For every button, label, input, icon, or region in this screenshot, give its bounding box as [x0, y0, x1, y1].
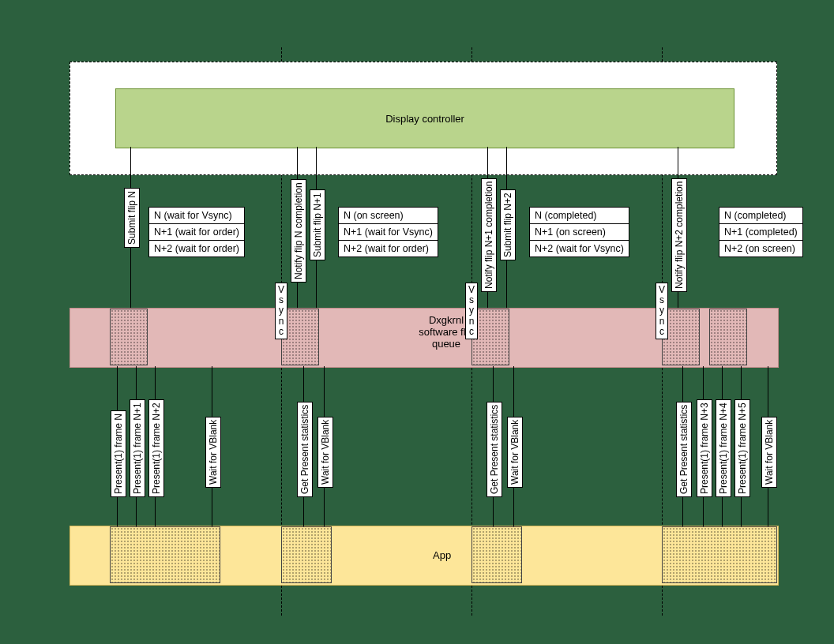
app-activity-3 — [662, 526, 777, 583]
state-cell: N+2 (wait for order) — [339, 241, 438, 256]
state-table-0: N (wait for Vsync) N+1 (wait for order) … — [148, 207, 245, 257]
label-waitvb-3: Wait for VBlank — [761, 417, 777, 488]
state-table-3: N (completed) N+1 (completed) N+2 (on sc… — [719, 207, 803, 257]
dxg-activity-3b — [709, 309, 747, 365]
display-controller-label: Display controller — [385, 113, 464, 125]
label-submit-n2: Submit flip N+2 — [500, 189, 516, 260]
vsync-label-2: Vsync — [465, 283, 478, 339]
state-cell: N+1 (on screen) — [530, 224, 629, 241]
label-submit-n1: Submit flip N+1 — [310, 189, 325, 260]
label-pres-n3: Present(1) frame N+3 — [697, 399, 712, 497]
vsync-label-3: Vsync — [656, 283, 668, 339]
label-pres-n2: Present(1) frame N+2 — [148, 399, 164, 497]
label-pres-n: Present(1) frame N — [111, 410, 126, 497]
label-pres-n4: Present(1) frame N+4 — [716, 399, 731, 497]
dxg-activity-0 — [110, 309, 148, 365]
state-cell: N+1 (completed) — [719, 224, 802, 241]
state-cell: N+2 (on screen) — [719, 241, 802, 256]
state-table-2: N (completed) N+1 (on screen) N+2 (wait … — [529, 207, 629, 257]
label-comp-n2: Notify flip N+2 completion — [671, 178, 687, 292]
state-cell: N (wait for Vsync) — [149, 208, 244, 224]
label-stats-3: Get Present statistics — [676, 402, 692, 497]
display-controller-lane: Display controller — [115, 88, 734, 148]
label-pres-n1: Present(1) frame N+1 — [130, 399, 145, 497]
label-comp-n1: Notify flip N+1 completion — [481, 178, 497, 292]
label-submit-n: Submit flip N — [124, 188, 140, 248]
state-cell: N+1 (wait for order) — [149, 224, 244, 241]
label-pres-n5: Present(1) frame N+5 — [734, 399, 750, 497]
app-activity-1 — [281, 526, 332, 583]
label-stats-2: Get Present statistics — [486, 402, 502, 497]
state-table-1: N (on screen) N+1 (wait for Vsync) N+2 (… — [338, 207, 438, 257]
vsync-label-1: Vsync — [275, 283, 287, 339]
diagram-canvas: Display controller Dxgkrnl software flip… — [0, 0, 834, 644]
label-waitvb-2: Wait for VBlank — [507, 417, 523, 488]
state-cell: N+2 (wait for order) — [149, 241, 244, 256]
app-activity-0 — [110, 526, 220, 583]
label-waitvb-1: Wait for VBlank — [317, 417, 333, 488]
app-activity-2 — [471, 526, 522, 583]
state-cell: N+1 (wait for Vsync) — [339, 224, 438, 241]
state-cell: N+2 (wait for Vsync) — [530, 241, 629, 256]
state-cell: N (completed) — [719, 208, 802, 224]
state-cell: N (on screen) — [339, 208, 438, 224]
label-waitvb-0: Wait for VBlank — [205, 417, 221, 488]
label-comp-n: Notify flip N completion — [291, 179, 306, 283]
state-cell: N (completed) — [530, 208, 629, 224]
label-stats-1: Get Present statistics — [297, 402, 313, 497]
app-label: App — [433, 549, 451, 561]
